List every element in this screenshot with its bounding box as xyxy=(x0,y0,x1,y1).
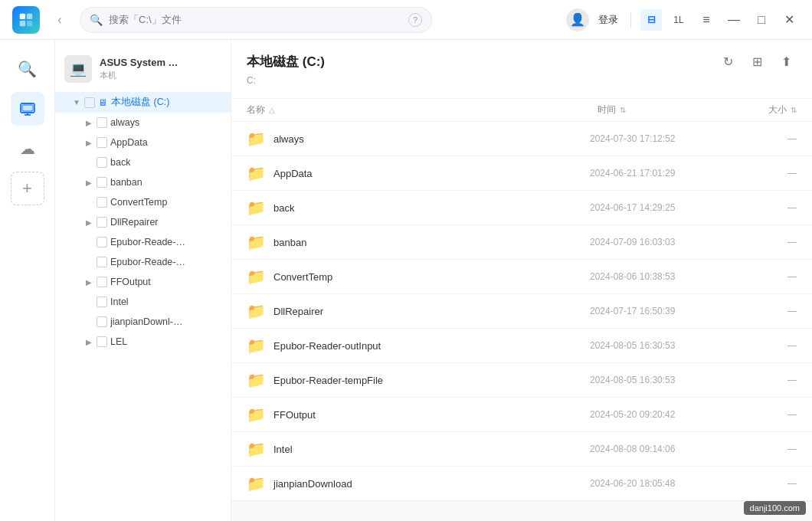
tree-expand-intel xyxy=(83,296,95,308)
rail-remote-icon[interactable] xyxy=(11,92,44,126)
file-list-actions: ↻ ⊞ ⬆ xyxy=(717,51,797,72)
file-size: — xyxy=(735,306,797,316)
tree-item-dllrepairer[interactable]: ▶ DllRepairer xyxy=(55,212,231,232)
tree-checkbox-back[interactable] xyxy=(97,157,107,168)
file-list-header: 本地磁盘 (C:) ↻ ⊞ ⬆ C: xyxy=(231,40,812,99)
tb-maximize-icon[interactable]: □ xyxy=(751,9,772,31)
file-name: banban xyxy=(273,237,582,248)
tree-label-back: back xyxy=(110,157,130,168)
user-avatar: 👤 xyxy=(566,8,589,31)
tree-checkbox-c[interactable] xyxy=(84,97,95,108)
tree-item-back[interactable]: back xyxy=(55,152,231,172)
file-sidebar: 💻 ASUS System … 本机 ▼ 🖥 本地磁盘 (C:) ▶ alway… xyxy=(55,40,231,521)
tree-item-epubor1[interactable]: Epubor-Reade-… xyxy=(55,232,231,252)
table-row[interactable]: 📁 Epubor-Reader-outInput 2024-08-05 16:3… xyxy=(231,329,812,363)
table-row[interactable]: 📁 always 2024-07-30 17:12:52 — xyxy=(231,122,812,156)
table-row[interactable]: 📁 FFOutput 2024-05-20 09:20:42 — xyxy=(231,398,812,432)
tree-label-appdata: AppData xyxy=(110,137,148,148)
search-input[interactable] xyxy=(109,14,402,25)
col-name-header[interactable]: 名称 △ xyxy=(247,103,598,116)
size-sort-icon: ⇅ xyxy=(791,106,797,114)
tree-expand-always[interactable]: ▶ xyxy=(83,116,95,129)
table-row[interactable]: 📁 jianpianDownload 2024-06-20 18:05:48 — xyxy=(231,467,812,501)
tree-expand-appdata[interactable]: ▶ xyxy=(83,136,95,149)
tree-expand-c[interactable]: ▼ xyxy=(70,97,83,109)
folder-icon: 📁 xyxy=(247,302,266,320)
col-size-header[interactable]: 大小 ⇅ xyxy=(735,103,797,116)
grid-view-button[interactable]: ⊞ xyxy=(746,51,768,72)
tree-checkbox-epubor1[interactable] xyxy=(97,237,107,247)
tree-expand-ffoutput[interactable]: ▶ xyxy=(83,276,95,288)
tree-item-ffoutput[interactable]: ▶ FFOutput xyxy=(55,272,231,292)
tree-checkbox-dllrepairer[interactable] xyxy=(97,217,107,228)
tree-checkbox-converttemp[interactable] xyxy=(97,197,107,208)
tree-item-banban[interactable]: ▶ banban xyxy=(55,172,231,192)
tree-expand-back xyxy=(83,156,95,169)
table-row[interactable]: 📁 AppData 2024-06-21 17:01:29 — xyxy=(231,156,812,191)
file-name: always xyxy=(273,133,582,145)
tb-menu-icon[interactable]: ≡ xyxy=(696,9,717,31)
name-sort-icon: △ xyxy=(269,106,275,114)
file-name: back xyxy=(273,202,582,214)
tree-checkbox-lel[interactable] xyxy=(97,336,107,347)
tb-close-icon[interactable]: ✕ xyxy=(778,9,800,31)
tree-checkbox-epubor2[interactable] xyxy=(97,257,107,267)
tree-item-lel[interactable]: ▶ LEL xyxy=(55,332,231,352)
watermark: danji100.com xyxy=(744,501,806,515)
file-size: — xyxy=(735,444,797,454)
tb-minimize-icon[interactable]: — xyxy=(723,9,745,31)
tree-label-epubor1: Epubor-Reade-… xyxy=(110,237,185,247)
time-sort-icon: ⇅ xyxy=(620,106,626,114)
refresh-button[interactable]: ↻ xyxy=(717,51,738,72)
table-row[interactable]: 📁 banban 2024-07-09 16:03:03 — xyxy=(231,225,812,260)
col-time-header[interactable]: 时间 ⇅ xyxy=(598,103,735,116)
nav-back-button[interactable]: ‹ xyxy=(49,9,70,31)
file-time: 2024-08-05 16:30:53 xyxy=(590,340,728,351)
file-time: 2024-08-08 09:14:06 xyxy=(590,444,728,454)
tree-label-dllrepairer: DllRepairer xyxy=(110,217,159,228)
column-headers: 名称 △ 时间 ⇅ 大小 ⇅ xyxy=(231,99,812,122)
upload-button[interactable]: ⬆ xyxy=(775,51,797,72)
tree-label-c: 本地磁盘 (C:) xyxy=(111,96,169,109)
tree-checkbox-jianpian[interactable] xyxy=(97,316,107,327)
rail-add-icon[interactable]: + xyxy=(11,172,44,205)
tree-checkbox-ffoutput[interactable] xyxy=(97,277,107,287)
rail-cloud-icon[interactable]: ☁ xyxy=(11,132,44,165)
tree-checkbox-always[interactable] xyxy=(97,117,107,128)
tb-count-icon[interactable]: 1L xyxy=(668,9,689,31)
tree-expand-converttemp xyxy=(83,196,95,208)
table-row[interactable]: 📁 ConvertTemp 2024-08-06 10:38:53 — xyxy=(231,260,812,294)
file-name: jianpianDownload xyxy=(273,478,582,490)
table-row[interactable]: 📁 back 2024-06-17 14:29:25 — xyxy=(231,191,812,225)
tree-label-lel: LEL xyxy=(110,336,127,347)
tree-item-intel[interactable]: Intel xyxy=(55,292,231,312)
folder-icon: 📁 xyxy=(247,164,266,182)
tb-blue-icon[interactable]: ⊟ xyxy=(640,9,662,31)
file-time: 2024-08-06 10:38:53 xyxy=(590,271,728,282)
file-time: 2024-06-21 17:01:29 xyxy=(590,168,728,179)
tree-checkbox-intel[interactable] xyxy=(97,297,107,307)
tree-item-appdata[interactable]: ▶ AppData xyxy=(55,133,231,152)
table-row[interactable]: 📁 DllRepairer 2024-07-17 16:50:39 — xyxy=(231,294,812,329)
svg-rect-0 xyxy=(20,13,25,18)
svg-rect-2 xyxy=(20,20,25,25)
table-row[interactable]: 📁 Intel 2024-08-08 09:14:06 — xyxy=(231,432,812,467)
file-name: AppData xyxy=(273,168,582,179)
tree-expand-banban[interactable]: ▶ xyxy=(83,176,95,188)
rail-search-icon[interactable]: 🔍 xyxy=(11,52,44,86)
tree-item-c-drive[interactable]: ▼ 🖥 本地磁盘 (C:) xyxy=(55,92,231,113)
tree-item-epubor2[interactable]: Epubor-Reade-… xyxy=(55,252,231,272)
help-icon[interactable]: ? xyxy=(408,13,422,27)
tree-checkbox-banban[interactable] xyxy=(97,177,107,188)
folder-icon: 📁 xyxy=(247,440,266,458)
table-row[interactable]: 📁 Epubor-Reader-tempFile 2024-08-05 16:3… xyxy=(231,363,812,398)
tree-label-converttemp: ConvertTemp xyxy=(110,197,167,208)
tree-item-always[interactable]: ▶ always xyxy=(55,113,231,133)
tree-expand-lel[interactable]: ▶ xyxy=(83,336,95,348)
tree-item-converttemp[interactable]: ConvertTemp xyxy=(55,192,231,212)
icon-rail: 🔍 ☁ + xyxy=(0,40,55,521)
tree-item-jianpian[interactable]: jianpianDownl-… xyxy=(55,312,231,332)
login-button[interactable]: 登录 xyxy=(595,13,621,27)
tree-checkbox-appdata[interactable] xyxy=(97,137,107,148)
tree-expand-dllrepairer[interactable]: ▶ xyxy=(83,216,95,228)
